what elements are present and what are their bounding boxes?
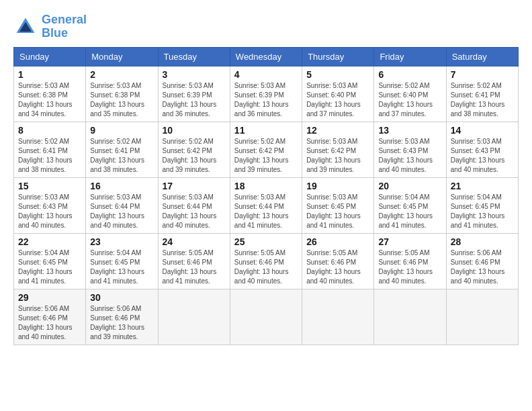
day-number: 17 (163, 181, 226, 191)
day-info: Sunrise: 5:03 AM Sunset: 6:39 PM Dayligh… (234, 81, 298, 119)
calendar-cell: 18Sunrise: 5:03 AM Sunset: 6:44 PM Dayli… (230, 177, 302, 233)
calendar-cell (230, 289, 302, 345)
day-info: Sunrise: 5:06 AM Sunset: 6:46 PM Dayligh… (451, 248, 514, 286)
day-number: 6 (378, 69, 441, 80)
day-number: 18 (234, 181, 298, 191)
page-header: General Blue (13, 13, 519, 40)
day-info: Sunrise: 5:02 AM Sunset: 6:41 PM Dayligh… (90, 137, 153, 175)
day-number: 12 (306, 125, 369, 136)
day-info: Sunrise: 5:02 AM Sunset: 6:42 PM Dayligh… (163, 137, 226, 175)
calendar-table: SundayMondayTuesdayWednesdayThursdayFrid… (13, 47, 519, 345)
day-info: Sunrise: 5:02 AM Sunset: 6:41 PM Dayligh… (18, 137, 81, 175)
day-number: 24 (163, 236, 226, 247)
calendar-cell (302, 289, 374, 345)
day-number: 14 (451, 125, 514, 136)
day-info: Sunrise: 5:06 AM Sunset: 6:46 PM Dayligh… (90, 304, 153, 342)
calendar-cell: 20Sunrise: 5:04 AM Sunset: 6:45 PM Dayli… (374, 177, 446, 233)
day-header-sunday: Sunday (14, 47, 86, 66)
day-number: 4 (234, 69, 298, 80)
calendar-cell: 13Sunrise: 5:03 AM Sunset: 6:43 PM Dayli… (374, 122, 446, 177)
calendar-cell: 23Sunrise: 5:04 AM Sunset: 6:45 PM Dayli… (86, 233, 158, 289)
calendar-cell: 30Sunrise: 5:06 AM Sunset: 6:46 PM Dayli… (86, 289, 158, 345)
day-number: 30 (90, 292, 153, 303)
day-info: Sunrise: 5:02 AM Sunset: 6:40 PM Dayligh… (378, 81, 441, 119)
calendar-cell (446, 289, 518, 345)
calendar-cell: 21Sunrise: 5:04 AM Sunset: 6:45 PM Dayli… (446, 177, 518, 233)
day-info: Sunrise: 5:03 AM Sunset: 6:44 PM Dayligh… (234, 193, 298, 230)
day-info: Sunrise: 5:03 AM Sunset: 6:40 PM Dayligh… (306, 81, 369, 119)
day-number: 28 (451, 236, 514, 247)
calendar-cell: 16Sunrise: 5:03 AM Sunset: 6:44 PM Dayli… (86, 177, 158, 233)
day-header-tuesday: Tuesday (158, 47, 230, 66)
calendar-cell: 24Sunrise: 5:05 AM Sunset: 6:46 PM Dayli… (158, 233, 230, 289)
day-info: Sunrise: 5:03 AM Sunset: 6:38 PM Dayligh… (90, 81, 153, 119)
day-info: Sunrise: 5:04 AM Sunset: 6:45 PM Dayligh… (90, 248, 153, 286)
day-number: 11 (234, 125, 298, 136)
calendar-week-row: 15Sunrise: 5:03 AM Sunset: 6:43 PM Dayli… (14, 177, 519, 233)
calendar-cell: 9Sunrise: 5:02 AM Sunset: 6:41 PM Daylig… (86, 122, 158, 177)
calendar-cell: 26Sunrise: 5:05 AM Sunset: 6:46 PM Dayli… (302, 233, 374, 289)
calendar-cell: 2Sunrise: 5:03 AM Sunset: 6:38 PM Daylig… (86, 66, 158, 122)
day-info: Sunrise: 5:03 AM Sunset: 6:44 PM Dayligh… (163, 193, 226, 230)
day-info: Sunrise: 5:05 AM Sunset: 6:46 PM Dayligh… (378, 248, 441, 286)
day-header-monday: Monday (86, 47, 158, 66)
day-info: Sunrise: 5:04 AM Sunset: 6:45 PM Dayligh… (378, 193, 441, 230)
day-number: 3 (163, 69, 226, 80)
calendar-cell: 22Sunrise: 5:04 AM Sunset: 6:45 PM Dayli… (14, 233, 86, 289)
day-info: Sunrise: 5:03 AM Sunset: 6:43 PM Dayligh… (378, 137, 441, 175)
day-info: Sunrise: 5:03 AM Sunset: 6:43 PM Dayligh… (451, 137, 514, 175)
day-number: 2 (90, 69, 153, 80)
calendar-cell: 10Sunrise: 5:02 AM Sunset: 6:42 PM Dayli… (158, 122, 230, 177)
calendar-cell (374, 289, 446, 345)
logo: General Blue (13, 13, 87, 40)
day-info: Sunrise: 5:05 AM Sunset: 6:46 PM Dayligh… (306, 248, 369, 286)
calendar-cell: 3Sunrise: 5:03 AM Sunset: 6:39 PM Daylig… (158, 66, 230, 122)
calendar-week-row: 22Sunrise: 5:04 AM Sunset: 6:45 PM Dayli… (14, 233, 519, 289)
calendar-cell (158, 289, 230, 345)
day-info: Sunrise: 5:03 AM Sunset: 6:45 PM Dayligh… (306, 193, 369, 230)
calendar-cell: 4Sunrise: 5:03 AM Sunset: 6:39 PM Daylig… (230, 66, 302, 122)
day-number: 15 (18, 181, 81, 191)
calendar-cell: 6Sunrise: 5:02 AM Sunset: 6:40 PM Daylig… (374, 66, 446, 122)
calendar-cell: 17Sunrise: 5:03 AM Sunset: 6:44 PM Dayli… (158, 177, 230, 233)
day-header-friday: Friday (374, 47, 446, 66)
calendar-week-row: 8Sunrise: 5:02 AM Sunset: 6:41 PM Daylig… (14, 122, 519, 177)
calendar-cell: 14Sunrise: 5:03 AM Sunset: 6:43 PM Dayli… (446, 122, 518, 177)
calendar-cell: 19Sunrise: 5:03 AM Sunset: 6:45 PM Dayli… (302, 177, 374, 233)
day-number: 26 (306, 236, 369, 247)
calendar-cell: 27Sunrise: 5:05 AM Sunset: 6:46 PM Dayli… (374, 233, 446, 289)
day-info: Sunrise: 5:04 AM Sunset: 6:45 PM Dayligh… (451, 193, 514, 230)
day-number: 10 (163, 125, 226, 136)
calendar-header-row: SundayMondayTuesdayWednesdayThursdayFrid… (14, 47, 519, 66)
day-info: Sunrise: 5:02 AM Sunset: 6:42 PM Dayligh… (234, 137, 298, 175)
calendar-cell: 12Sunrise: 5:03 AM Sunset: 6:42 PM Dayli… (302, 122, 374, 177)
day-number: 16 (90, 181, 153, 191)
calendar-cell: 29Sunrise: 5:06 AM Sunset: 6:46 PM Dayli… (14, 289, 86, 345)
day-number: 5 (306, 69, 369, 80)
calendar-cell: 5Sunrise: 5:03 AM Sunset: 6:40 PM Daylig… (302, 66, 374, 122)
day-info: Sunrise: 5:03 AM Sunset: 6:38 PM Dayligh… (18, 81, 81, 119)
day-header-thursday: Thursday (302, 47, 374, 66)
calendar-week-row: 29Sunrise: 5:06 AM Sunset: 6:46 PM Dayli… (14, 289, 519, 345)
day-number: 13 (378, 125, 441, 136)
day-header-saturday: Saturday (446, 47, 518, 66)
logo-general: General (42, 13, 87, 26)
day-info: Sunrise: 5:02 AM Sunset: 6:41 PM Dayligh… (451, 81, 514, 119)
day-number: 8 (18, 125, 81, 136)
calendar-cell: 25Sunrise: 5:05 AM Sunset: 6:46 PM Dayli… (230, 233, 302, 289)
day-header-wednesday: Wednesday (230, 47, 302, 66)
day-number: 7 (451, 69, 514, 80)
day-number: 19 (306, 181, 369, 191)
calendar-cell: 11Sunrise: 5:02 AM Sunset: 6:42 PM Dayli… (230, 122, 302, 177)
day-number: 21 (451, 181, 514, 191)
calendar-cell: 28Sunrise: 5:06 AM Sunset: 6:46 PM Dayli… (446, 233, 518, 289)
logo-icon (13, 15, 38, 39)
day-number: 1 (18, 69, 81, 80)
day-info: Sunrise: 5:06 AM Sunset: 6:46 PM Dayligh… (18, 304, 81, 342)
logo-blue: Blue (42, 26, 68, 40)
day-number: 25 (234, 236, 298, 247)
day-info: Sunrise: 5:03 AM Sunset: 6:44 PM Dayligh… (90, 193, 153, 230)
calendar-week-row: 1Sunrise: 5:03 AM Sunset: 6:38 PM Daylig… (14, 66, 519, 122)
day-info: Sunrise: 5:05 AM Sunset: 6:46 PM Dayligh… (234, 248, 298, 286)
day-number: 23 (90, 236, 153, 247)
